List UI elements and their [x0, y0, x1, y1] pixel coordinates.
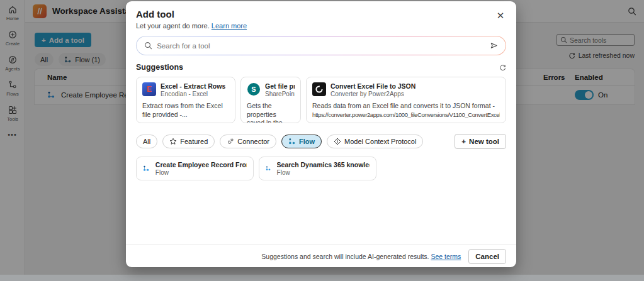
star-icon — [169, 138, 177, 145]
refresh-suggestions-icon[interactable] — [499, 64, 506, 71]
ai-search-border — [136, 36, 506, 55]
suggestion-card[interactable]: E Excel - Extract Rows Encodian - Excel … — [136, 77, 235, 123]
suggestion-card[interactable]: Convert Excel File to JSON Converter by … — [306, 77, 506, 123]
new-tool-button[interactable]: + New tool — [455, 134, 506, 149]
dialog-title: Add tool — [136, 9, 506, 19]
tool-search-box[interactable] — [137, 36, 506, 55]
dialog-footer: Suggestions and search will include AI-g… — [126, 245, 516, 267]
mcp-icon — [334, 138, 341, 145]
tool-search-input[interactable] — [157, 42, 485, 50]
cancel-button[interactable]: Cancel — [468, 249, 506, 264]
sharepoint-icon: S — [247, 82, 261, 96]
suggestion-card[interactable]: S Get file proper... SharePoint Gets the… — [240, 77, 301, 123]
learn-more-link[interactable]: Learn more — [212, 22, 247, 30]
modal-filter-mcp[interactable]: Model Context Protocol — [327, 135, 423, 148]
bottom-strip — [0, 275, 644, 281]
flow-result-card[interactable]: Search Dynamics 365 knowledge article fl… — [259, 157, 376, 180]
suggestions-heading: Suggestions — [136, 63, 183, 72]
modal-filter-connector[interactable]: Connector — [220, 135, 276, 148]
close-icon[interactable]: ✕ — [494, 9, 507, 23]
see-terms-link[interactable]: See terms — [431, 253, 461, 260]
card-description-url: https://converter.power2apps.com/1000_fi… — [312, 111, 500, 119]
flow-icon — [143, 165, 150, 172]
flow-icon — [288, 138, 296, 145]
dialog-subtitle: Let your agent do more. Learn more — [136, 22, 506, 30]
add-tool-dialog: Add tool Let your agent do more. Learn m… — [126, 1, 516, 267]
modal-filter-all[interactable]: All — [136, 135, 157, 148]
encodian-excel-icon: E — [142, 82, 156, 96]
connector-icon — [227, 138, 234, 145]
send-icon[interactable] — [490, 41, 498, 50]
modal-filter-featured[interactable]: Featured — [162, 135, 215, 148]
modal-filter-flow[interactable]: Flow — [281, 135, 322, 148]
power2apps-icon — [312, 82, 326, 96]
plus-icon: + — [461, 138, 466, 145]
search-icon — [144, 41, 152, 50]
flow-icon — [266, 165, 271, 172]
flow-result-card[interactable]: Create Employee Record From Bot Flow — [136, 157, 254, 180]
ai-disclaimer: Suggestions and search will include AI-g… — [261, 253, 461, 260]
